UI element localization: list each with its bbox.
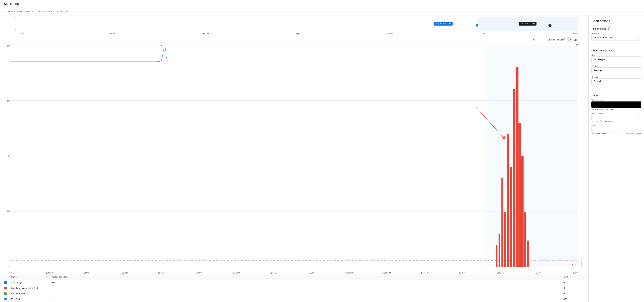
parent-folders-arrow: ▼ <box>637 117 639 119</box>
mini-x-label-5: 6:00 AM <box>478 33 486 35</box>
svg-text:0: 0 <box>575 263 576 265</box>
workloads-dropdown-arrow: ▼ <box>637 37 639 39</box>
section-divider-1 <box>592 46 641 46</box>
mini-y-label-50: 50 <box>10 17 16 19</box>
chart-x-axis: UTC-7 10:50AM 11:00AM 11:10AM 11:20AM 11… <box>10 272 578 274</box>
svg-rect-22 <box>502 178 503 267</box>
groupby-dropdown[interactable]: Overall ▼ <box>592 78 641 84</box>
reservations-label: Reservations <box>592 99 641 101</box>
row-name-2: Baseline Slots <box>11 292 49 295</box>
debug-panel-link[interactable]: Show debug panel <box>626 132 641 135</box>
x-100: 1:00 PM <box>535 272 541 274</box>
filters-title: Filters <box>592 94 641 97</box>
workloads-value: Reservations Pricing <box>594 36 614 39</box>
x-1220: 12:20 PM <box>383 272 391 274</box>
table-row: Slot Usage 10.02 0 <box>0 280 588 285</box>
interval-text: 1 minute interval ? <box>548 38 566 41</box>
mini-x-label-4: 3:00 AM <box>386 33 393 35</box>
x-1050: 10:50AM <box>46 272 53 274</box>
svg-rect-11 <box>576 39 576 41</box>
interval-bar: 1 minute interval ? <box>0 36 588 44</box>
row-avg-1: - <box>49 287 564 289</box>
chart-max-label: 800 <box>576 44 580 46</box>
y-label-800: 800 <box>7 45 10 47</box>
workloads-dropdown-group: Workloads on Reservations Pricing ▼ <box>592 32 641 41</box>
row-name-1: Baseline + Autoscaled Slots <box>11 287 49 289</box>
app-title: Monitoring <box>4 2 640 6</box>
row-color-2 <box>4 292 6 295</box>
metric-dropdown[interactable]: Average ▼ <box>592 67 641 73</box>
projects-dropdown[interactable]: ▼ <box>592 127 641 132</box>
row-color-0 <box>4 281 6 284</box>
projects-filter: Projects ▼ 10 projects maximum Show debu… <box>592 124 641 135</box>
workloads-label: Workloads on <box>592 32 641 35</box>
parent-folders-dropdown[interactable]: ▼ <box>592 115 641 120</box>
bar-chart-btn[interactable] <box>573 37 578 42</box>
x-1150: 11:50AM <box>270 272 277 274</box>
mini-x-label-0: 3:00 PM <box>16 33 24 35</box>
main-chart: 800 600 400 200 0 <box>0 44 588 274</box>
svg-rect-26 <box>513 89 515 267</box>
x-1130: 11:30AM <box>196 272 202 274</box>
x-1100: 11:00AM <box>83 272 90 274</box>
svg-text:★: ★ <box>572 263 573 265</box>
y-label-400: 400 <box>7 155 10 157</box>
parent-folders-label: Parent Folders <box>592 113 641 115</box>
svg-rect-21 <box>498 234 500 267</box>
panel-header: Chart options <box>592 18 641 24</box>
reservations-hint: 10 reservations maximum <box>592 108 641 111</box>
svg-marker-19 <box>160 45 163 46</box>
metric-dropdown-group: Metric Average ▼ <box>592 65 641 73</box>
row-slots-2: 0 <box>564 292 584 295</box>
x-1230: 12:30 PM <box>421 272 428 274</box>
svg-rect-28 <box>518 123 521 267</box>
chart-dropdown[interactable]: Slot Usage ▼ <box>592 57 641 62</box>
parent-folders-hint: 10 parent folders maximum <box>592 120 641 122</box>
svg-rect-30 <box>524 212 526 267</box>
filters-section: Filters Reservations 10 reservations max… <box>592 94 641 137</box>
svg-rect-25 <box>510 167 512 267</box>
tab-resource-utilization[interactable]: RESOURCE UTILIZATION <box>36 8 71 15</box>
x-1210: 12:10 PM <box>346 272 353 274</box>
reservations-input[interactable] <box>592 102 641 108</box>
mini-x-label-1: 6:00 PM <box>109 33 116 35</box>
svg-point-6 <box>548 24 552 27</box>
row-slots-3: 800 <box>564 298 584 300</box>
col-slots-header: Slots <box>564 276 584 278</box>
metric-label: Metric <box>592 65 641 67</box>
chart-svg-container: ★ 0 800 <box>10 45 578 267</box>
svg-rect-10 <box>575 39 576 41</box>
tooltip-start: Aug 3, 10:43 AM <box>434 22 453 26</box>
y-label-200: 200 <box>7 210 10 212</box>
row-avg-2: - <box>49 292 564 295</box>
interval-help-icon[interactable]: ? <box>564 38 566 41</box>
row-color-3 <box>4 298 6 300</box>
right-panel: Chart options Pricing Model ? Workloads … <box>588 16 644 302</box>
tab-operational-health[interactable]: OPERATIONAL HEALTH <box>4 8 36 15</box>
chart-label: Chart <box>592 54 641 56</box>
metric-dropdown-arrow: ▼ <box>637 69 639 71</box>
row-color-1 <box>4 287 6 289</box>
close-panel-button[interactable] <box>636 18 641 24</box>
x-utc: UTC-7 <box>10 272 16 274</box>
projects-arrow: ▼ <box>637 128 639 130</box>
projects-hint: 10 projects maximum <box>592 132 610 135</box>
row-name-0: Slot Usage <box>11 281 49 284</box>
col-avg-header[interactable]: ↓ Average slot usage <box>49 276 564 278</box>
x-1110: 11:10AM <box>121 272 128 274</box>
table-header: Name ↓ Average slot usage Slots <box>0 274 588 280</box>
pricing-model-help-icon[interactable]: ? <box>608 28 611 30</box>
parent-folders-filter: Parent Folders ▼ 10 parent folders maxim… <box>592 113 641 122</box>
col-name-header[interactable]: Name <box>11 276 49 278</box>
projects-label: Projects <box>592 124 641 126</box>
workloads-dropdown[interactable]: Reservations Pricing ▼ <box>592 35 641 41</box>
svg-rect-31 <box>527 240 529 267</box>
svg-rect-20 <box>496 245 498 267</box>
groupby-dropdown-group: Group by Overall ▼ <box>592 76 641 84</box>
row-avg-3: - <box>49 298 564 300</box>
pricing-model-section-title: Pricing Model ? <box>592 27 641 30</box>
x-1250: 12:50 PM <box>497 272 504 274</box>
y-label-600: 600 <box>7 100 10 102</box>
svg-point-5 <box>476 24 478 27</box>
line-chart-btn[interactable] <box>567 37 572 42</box>
